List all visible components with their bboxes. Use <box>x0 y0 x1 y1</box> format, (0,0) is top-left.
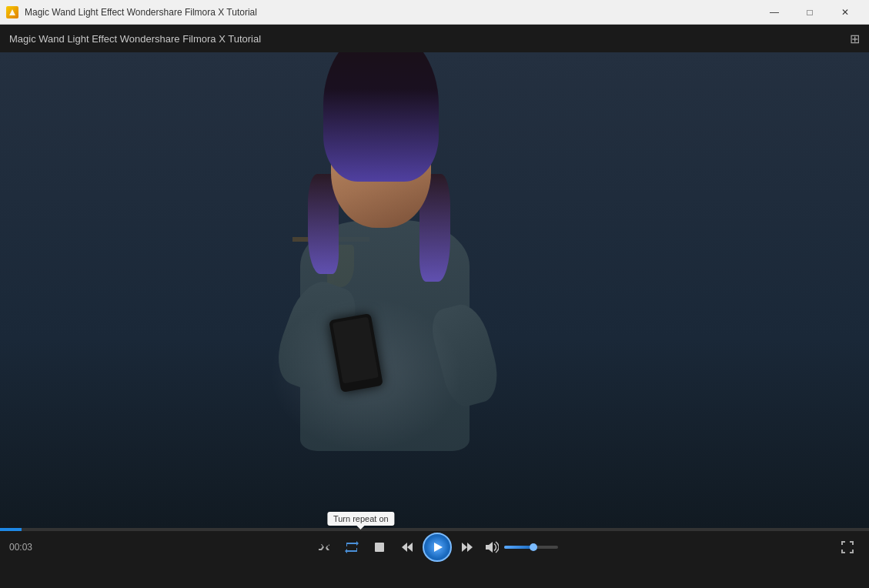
volume-knob <box>530 543 537 551</box>
volume-track[interactable] <box>504 546 558 549</box>
svg-marker-3 <box>407 543 413 552</box>
svg-marker-2 <box>402 543 407 552</box>
shuffle-button[interactable] <box>312 535 336 560</box>
svg-marker-0 <box>9 9 15 15</box>
stop-button[interactable] <box>367 535 392 560</box>
play-button[interactable] <box>423 533 452 562</box>
svg-marker-4 <box>434 543 443 552</box>
person-hair <box>323 52 439 182</box>
volume-button[interactable] <box>483 535 501 560</box>
svg-marker-5 <box>462 543 467 552</box>
player-header: Magic Wand Light Effect Wondershare Film… <box>0 25 869 52</box>
phone-screen <box>333 317 379 384</box>
svg-marker-6 <box>467 543 473 552</box>
player-title: Magic Wand Light Effect Wondershare Film… <box>9 33 261 45</box>
video-scene <box>0 52 869 528</box>
video-area <box>0 52 869 528</box>
repeat-button[interactable]: Turn repeat on <box>339 535 364 560</box>
minimize-button[interactable]: — <box>757 0 792 25</box>
title-bar-left: Magic Wand Light Effect Wondershare Film… <box>6 6 257 18</box>
app-icon <box>6 6 18 18</box>
window-controls: — □ ✕ <box>757 0 863 25</box>
window-title: Magic Wand Light Effect Wondershare Film… <box>25 7 257 18</box>
title-bar: Magic Wand Light Effect Wondershare Film… <box>0 0 869 25</box>
svg-marker-7 <box>486 542 493 553</box>
rewind-button[interactable] <box>395 535 419 560</box>
time-display: 00:03 <box>9 542 32 553</box>
close-button[interactable]: ✕ <box>827 0 863 25</box>
fast-forward-button[interactable] <box>455 535 480 560</box>
volume-control <box>483 535 558 560</box>
svg-rect-1 <box>375 543 384 552</box>
maximize-button[interactable]: □ <box>792 0 827 25</box>
controls-bar: 00:03 Turn repeat on <box>0 531 869 563</box>
fullscreen-button[interactable] <box>835 535 860 560</box>
grid-view-icon[interactable]: ⊞ <box>850 32 860 46</box>
